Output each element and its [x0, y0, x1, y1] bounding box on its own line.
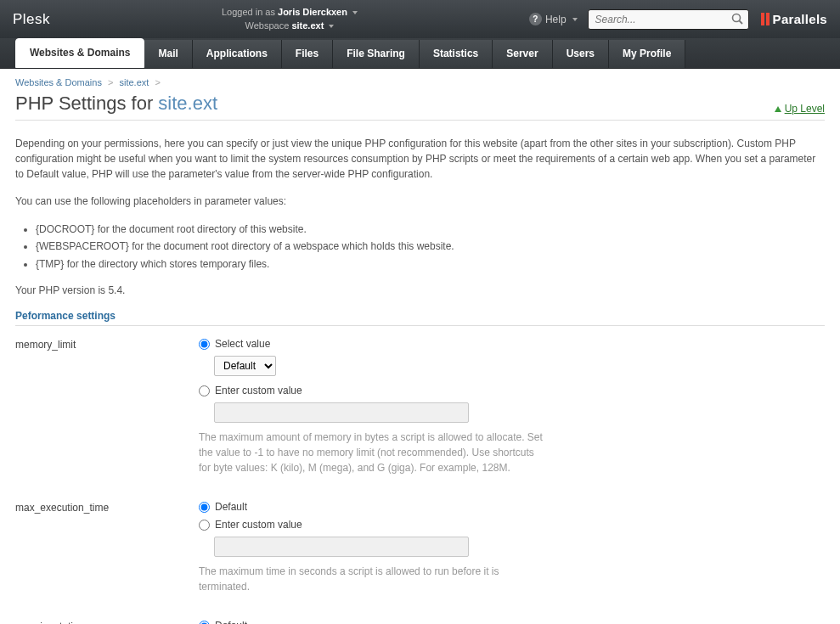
- chevron-down-icon: [352, 11, 358, 14]
- radio-label: Select value: [215, 338, 270, 350]
- tab-users[interactable]: Users: [553, 40, 609, 68]
- content-area: Websites & Domains > site.ext > PHP Sett…: [0, 69, 840, 624]
- radio-input[interactable]: [199, 520, 210, 531]
- parallels-bars-icon: [761, 13, 770, 25]
- setting-memory-limit: memory_limit Select value Default Enter …: [15, 338, 825, 475]
- setting-label: max_input_time: [15, 620, 199, 624]
- section-title: Peformance settings: [15, 310, 825, 326]
- custom-input-wrap: [214, 402, 572, 423]
- tab-websites-domains[interactable]: Websites & Domains: [15, 38, 144, 68]
- setting-label: max_execution_time: [15, 501, 199, 594]
- brand-logo: Plesk: [13, 11, 50, 28]
- chevron-down-icon: [329, 25, 334, 28]
- parallels-text: Parallels: [773, 12, 827, 26]
- header-info: Logged in as Joris Dierckxen Webspace si…: [50, 6, 529, 32]
- svg-line-1: [739, 20, 742, 24]
- up-level-label: Up Level: [785, 103, 825, 115]
- tab-file-sharing[interactable]: File Sharing: [333, 40, 420, 68]
- radio-input[interactable]: [199, 339, 210, 350]
- search-box: [588, 9, 749, 30]
- chevron-down-icon: [572, 18, 578, 21]
- placeholders-intro: You can use the following placeholders i…: [15, 194, 825, 209]
- radio-custom-value[interactable]: Enter custom value: [199, 385, 572, 396]
- setting-body: Select value Default Enter custom value …: [199, 338, 572, 475]
- breadcrumb-link[interactable]: site.ext: [119, 77, 149, 87]
- logged-in-label: Logged in as: [222, 7, 275, 17]
- setting-label: memory_limit: [15, 338, 199, 475]
- radio-custom-value[interactable]: Enter custom value: [199, 519, 572, 531]
- tab-files[interactable]: Files: [282, 40, 333, 68]
- main-nav: Websites & DomainsMailApplicationsFilesF…: [0, 38, 840, 69]
- radio-label: Enter custom value: [215, 385, 302, 396]
- radio-label: Default: [215, 620, 247, 624]
- page-title-prefix: PHP Settings for: [15, 93, 158, 114]
- list-item: {WEBSPACEROOT} for the document root dir…: [36, 238, 825, 255]
- help-label: Help: [545, 14, 567, 25]
- help-icon: ?: [529, 13, 542, 25]
- select-wrap: Default: [214, 356, 572, 376]
- radio-select-value[interactable]: Select value: [199, 338, 572, 350]
- setting-max-input-time: max_input_time Default Enter custom valu…: [15, 620, 825, 624]
- setting-hint: The maximum amount of memory in bytes a …: [199, 430, 547, 475]
- tab-server[interactable]: Server: [493, 40, 552, 68]
- tab-applications[interactable]: Applications: [193, 40, 282, 68]
- custom-value-input[interactable]: [214, 402, 469, 423]
- setting-body: Default Enter custom value: [199, 620, 572, 624]
- custom-input-wrap: [214, 537, 572, 557]
- list-item: {DOCROOT} for the document root director…: [36, 221, 825, 238]
- radio-default[interactable]: Default: [199, 501, 572, 513]
- radio-input[interactable]: [199, 621, 210, 624]
- search-icon[interactable]: [731, 13, 744, 25]
- webspace-line[interactable]: Webspace site.ext: [50, 20, 529, 32]
- arrow-up-icon: [775, 106, 781, 112]
- page-description: Depending on your permissions, here you …: [15, 136, 825, 182]
- value-select[interactable]: Default: [214, 356, 276, 376]
- radio-input[interactable]: [199, 385, 210, 396]
- webspace-value: site.ext: [291, 20, 324, 31]
- top-bar: Plesk Logged in as Joris Dierckxen Websp…: [0, 0, 840, 38]
- setting-max-execution-time: max_execution_time Default Enter custom …: [15, 501, 825, 594]
- parallels-logo: Parallels: [761, 12, 827, 26]
- setting-body: Default Enter custom value The maximum t…: [199, 501, 572, 594]
- logged-in-user: Joris Dierckxen: [278, 7, 347, 17]
- breadcrumb-separator: >: [108, 77, 113, 87]
- tab-statistics[interactable]: Statistics: [420, 40, 493, 68]
- radio-label: Default: [215, 501, 247, 513]
- page-title: PHP Settings for site.ext: [15, 93, 217, 115]
- help-menu[interactable]: ? Help: [529, 13, 578, 25]
- search-input[interactable]: [588, 9, 749, 30]
- custom-value-input[interactable]: [214, 537, 469, 557]
- tab-mail[interactable]: Mail: [144, 40, 192, 68]
- tab-my-profile[interactable]: My Profile: [609, 40, 685, 68]
- radio-label: Enter custom value: [215, 519, 302, 531]
- page-title-ext: site.ext: [158, 93, 217, 114]
- placeholders-list: {DOCROOT} for the document root director…: [36, 221, 825, 273]
- php-version-text: Your PHP version is 5.4.: [15, 284, 825, 296]
- svg-point-0: [732, 14, 740, 21]
- webspace-label: Webspace: [245, 20, 290, 31]
- radio-input[interactable]: [199, 502, 210, 513]
- list-item: {TMP} for the directory which stores tem…: [36, 256, 825, 273]
- breadcrumb-link[interactable]: Websites & Domains: [15, 77, 102, 87]
- breadcrumb: Websites & Domains > site.ext >: [15, 77, 825, 87]
- up-level-link[interactable]: Up Level: [775, 103, 825, 115]
- radio-default[interactable]: Default: [199, 620, 572, 624]
- breadcrumb-separator: >: [155, 77, 160, 87]
- logged-in-line[interactable]: Logged in as Joris Dierckxen: [50, 6, 529, 19]
- page-header: PHP Settings for site.ext Up Level: [15, 93, 825, 121]
- setting-hint: The maximum time in seconds a script is …: [199, 564, 547, 594]
